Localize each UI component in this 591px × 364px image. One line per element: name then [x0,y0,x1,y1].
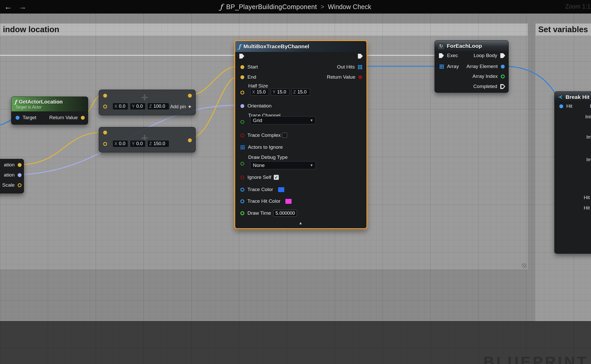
end-pin[interactable] [240,75,244,79]
half-size-pin[interactable] [240,91,244,95]
add1-output-pin[interactable] [188,94,192,98]
completed-pin[interactable] [500,84,505,89]
blueprint-graph-canvas[interactable]: indow location Set variables BLUEPRINT ƒ… [0,0,591,364]
start-pin-label: Start [247,64,258,70]
return-value-pin-label: Return Value [327,74,356,80]
function-icon: ƒ [238,43,241,50]
node-get-actor-location[interactable]: ƒ GetActorLocation Target is Actor Targe… [11,97,88,125]
add2-input-b-pin[interactable] [103,142,107,146]
draw-time-pin-label: Draw Time [247,210,271,216]
add2-x-field[interactable]: X 0.0 [113,140,128,147]
trace-complex-pin[interactable] [240,133,244,137]
completed-pin-label: Completed [473,84,497,89]
return-value-pin[interactable] [358,75,362,79]
trace-color-swatch[interactable] [278,187,285,192]
draw-time-value: 5.000000 [275,211,295,216]
function-icon: ƒ [15,99,17,105]
orientation-pin[interactable] [240,104,244,108]
array-pin-label: Array [447,64,459,69]
impact-normal-pin-label: Imp [586,157,591,163]
loop-body-pin[interactable] [500,53,505,58]
return-value-pin-label: Return Value [49,115,78,120]
add1-y-field[interactable]: Y 0.0 [130,103,146,110]
orientation-pin-label: Orientation [247,103,272,109]
x-axis-label: X [252,90,255,95]
forward-button[interactable]: → [19,2,27,11]
rotation-pin[interactable] [18,173,22,177]
array-element-pin[interactable] [501,65,505,69]
y-axis-label: Y [132,141,135,146]
node-title: GetActorLocation [19,99,63,105]
draw-debug-type-dropdown[interactable]: None ▼ [250,161,316,169]
node-multibox-trace-by-channel[interactable]: ƒ MultiBoxTraceByChannel Start Out Hits [234,40,367,229]
add1-z-field[interactable]: Z 100.0 [147,103,169,110]
ignore-self-checkbox[interactable]: ✓ [274,175,279,180]
out-hits-pin-label: Out Hits [337,64,355,70]
hit-pin[interactable] [559,104,563,108]
location-pin-label: ation [4,162,15,168]
rotation-pin-label: ation [4,172,15,178]
array-index-pin[interactable] [501,75,505,78]
half-size-z-field[interactable]: Z 15.0 [291,89,310,96]
add1-x-field[interactable]: X 0.0 [113,103,128,110]
breadcrumb: ƒ BP_PlayerBuildingComponent > Window Ch… [220,3,371,11]
location-pin[interactable] [18,163,22,167]
add-pin-button[interactable]: + [188,104,191,110]
add2-z-field[interactable]: Z 150.0 [147,140,169,147]
exec-in-pin[interactable] [439,53,444,58]
node-add-vector-2[interactable]: + X 0.0 Y 0.0 Z 150.0 [99,127,196,152]
trace-complex-checkbox[interactable] [282,133,287,138]
node-foreach-loop[interactable]: ↻ ForEachLoop Exec Loop Body Array Array… [435,40,509,93]
node-break-hit-result[interactable]: Break Hit R Hit B Init Im Imp Hit C Hit … [554,91,591,254]
node-transform-clipped[interactable]: ation ation Scale [0,159,24,193]
trace-channel-dropdown[interactable]: Grid ▼ [250,116,316,124]
exec-pin-label: Exec [447,53,458,58]
comment-set-variables-header[interactable]: Set variables [535,23,591,36]
back-button[interactable]: ← [4,2,12,11]
trace-hit-color-pin-label: Trace Hit Color [247,198,280,204]
comment-resize-handle[interactable] [522,263,527,268]
loop-body-pin-label: Loop Body [474,53,497,58]
half-size-y-field[interactable]: Y 15.0 [271,89,290,96]
exec-in-pin[interactable] [239,54,244,59]
add2-input-a-pin[interactable] [103,131,107,134]
actors-to-ignore-array-pin[interactable] [240,145,245,150]
title-bar: ← → ƒ BP_PlayerBuildingComponent > Windo… [0,0,591,14]
draw-time-field[interactable]: 5.000000 [273,210,297,217]
collapse-arrow-icon[interactable]: ▲ [299,221,303,225]
ignore-self-pin[interactable] [240,176,244,179]
array-pin[interactable] [439,64,444,69]
half-size-x-field[interactable]: X 15.0 [250,89,269,96]
breadcrumb-separator: > [320,3,324,10]
function-icon: ƒ [220,3,222,11]
node-add-vector-1[interactable]: + X 0.0 Y 0.0 Z 100.0 Add pin + [99,90,196,115]
trace-hit-color-pin[interactable] [240,199,244,203]
start-pin[interactable] [240,65,244,69]
z-axis-label: Z [149,104,152,109]
trace-color-pin-label: Trace Color [247,187,273,192]
out-hits-array-pin[interactable] [358,65,362,69]
scale-pin[interactable] [18,183,22,187]
exec-out-pin[interactable] [358,54,363,59]
add1-input-a-pin[interactable] [103,94,107,98]
draw-debug-type-value: None [253,163,310,168]
trace-color-pin[interactable] [240,188,244,192]
blueprint-name: BP_PlayerBuildingComponent [226,3,317,11]
hit-component-pin-label: Hit C [584,195,591,200]
target-pin[interactable] [16,116,19,120]
trace-hit-color-swatch[interactable] [285,199,292,204]
draw-time-pin[interactable] [240,211,244,215]
trace-complex-pin-label: Trace Complex [247,132,281,138]
x-axis-label: X [114,141,117,146]
x-axis-label: X [114,104,117,109]
return-value-pin[interactable] [81,116,85,120]
add2-output-pin[interactable] [188,138,192,142]
add1-input-b-pin[interactable] [103,105,107,109]
x-value: 0.0 [119,104,125,109]
add2-y-field[interactable]: Y 0.0 [130,140,146,147]
check-icon: ✓ [274,175,278,180]
node-title: MultiBoxTraceByChannel [243,43,309,50]
trace-channel-pin[interactable] [240,120,244,124]
comment-window-location-header[interactable]: indow location [0,23,528,36]
draw-debug-type-pin[interactable] [240,162,244,166]
